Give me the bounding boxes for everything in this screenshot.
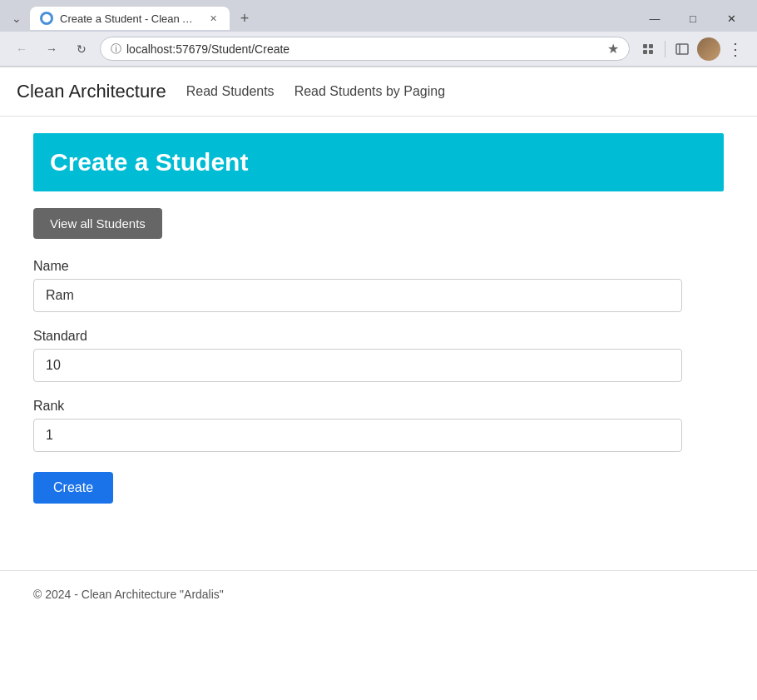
standard-input[interactable]	[33, 349, 682, 382]
minimize-btn[interactable]: —	[636, 5, 674, 32]
view-all-students-button[interactable]: View all Students	[33, 208, 162, 239]
nav-read-students-paging[interactable]: Read Students by Paging	[294, 84, 445, 99]
standard-label: Standard	[33, 329, 724, 344]
footer-text: © 2024 - Clean Architecture "Ardalis"	[33, 588, 224, 601]
page-header-banner: Create a Student	[33, 133, 724, 191]
bookmark-icon[interactable]: ★	[607, 41, 619, 57]
site-nav: Clean Architecture Read Students Read St…	[0, 67, 757, 117]
browser-chrome: ⌄ Create a Student - Clean Archit ✕ + — …	[0, 0, 757, 67]
rank-group: Rank	[33, 399, 724, 452]
rank-label: Rank	[33, 399, 724, 414]
name-input[interactable]	[33, 279, 682, 312]
create-student-form: Name Standard Rank Create	[33, 259, 724, 504]
rank-input[interactable]	[33, 419, 682, 452]
page-title: Create a Student	[50, 148, 707, 176]
browser-toolbar-right: ⋮	[636, 37, 747, 61]
svg-rect-5	[676, 44, 688, 54]
address-input-wrap[interactable]: ⓘ localhost:57679/Student/Create ★	[100, 37, 630, 61]
tab-close-btn[interactable]: ✕	[206, 12, 220, 25]
close-btn[interactable]: ✕	[712, 5, 750, 32]
site-footer: © 2024 - Clean Architecture "Ardalis"	[0, 570, 757, 618]
address-bar: ← → ↻ ⓘ localhost:57679/Student/Create ★	[0, 32, 757, 66]
profile-avatar[interactable]	[697, 37, 720, 61]
browser-tab-bar: ⌄ Create a Student - Clean Archit ✕ + — …	[0, 0, 757, 32]
page-wrapper: Clean Architecture Read Students Read St…	[0, 67, 757, 633]
svg-rect-2	[649, 44, 653, 48]
lock-icon: ⓘ	[111, 42, 121, 57]
active-tab[interactable]: Create a Student - Clean Archit ✕	[30, 7, 230, 30]
svg-rect-1	[643, 44, 647, 48]
name-group: Name	[33, 259, 724, 312]
svg-rect-3	[643, 50, 647, 54]
nav-read-students[interactable]: Read Students	[186, 84, 275, 99]
menu-icon[interactable]: ⋮	[724, 37, 747, 61]
tab-collapse-btn[interactable]: ⌄	[7, 8, 27, 28]
tab-favicon	[40, 12, 53, 25]
new-tab-btn[interactable]: +	[233, 7, 256, 30]
maximize-btn[interactable]: □	[674, 5, 712, 32]
sidebar-icon[interactable]	[670, 37, 694, 61]
divider	[665, 41, 665, 57]
standard-group: Standard	[33, 329, 724, 382]
reload-btn[interactable]: ↻	[70, 37, 93, 61]
create-button[interactable]: Create	[33, 472, 113, 504]
back-btn[interactable]: ←	[10, 37, 33, 61]
name-label: Name	[33, 259, 724, 274]
svg-rect-4	[649, 50, 653, 54]
url-display: localhost:57679/Student/Create	[126, 42, 602, 56]
main-content: Create a Student View all Students Name …	[0, 117, 757, 537]
svg-point-0	[42, 14, 51, 22]
forward-btn[interactable]: →	[40, 37, 63, 61]
window-controls: — □ ✕	[636, 5, 750, 32]
brand-link[interactable]: Clean Architecture	[17, 81, 166, 102]
tab-title: Create a Student - Clean Archit	[60, 12, 200, 25]
extensions-icon[interactable]	[636, 37, 660, 61]
